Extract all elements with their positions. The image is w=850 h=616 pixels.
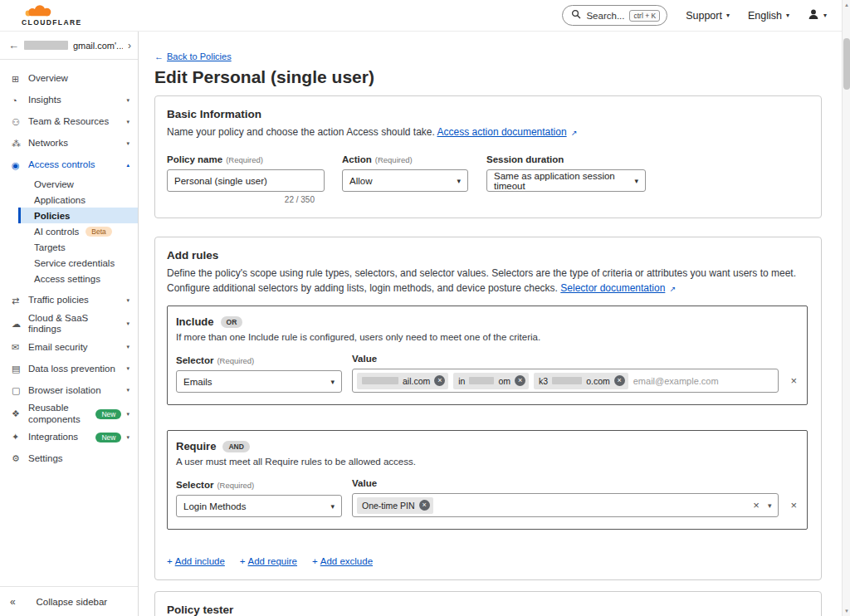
email-icon: ✉ bbox=[12, 342, 28, 353]
and-badge: AND bbox=[222, 441, 249, 452]
require-selector-group: Selector(Required) Login Methods ▾ bbox=[176, 480, 342, 517]
remove-require-rule-button[interactable]: × bbox=[790, 499, 797, 511]
chevron-down-icon: ▾ bbox=[126, 434, 129, 441]
scroll-up-icon[interactable]: ▲ bbox=[843, 0, 850, 10]
require-value-input[interactable]: One-time PIN × × ▾ bbox=[352, 493, 779, 517]
chevron-down-icon: ▾ bbox=[126, 387, 129, 394]
plus-icon: + bbox=[167, 556, 173, 566]
back-arrow-icon[interactable]: ← bbox=[8, 39, 19, 51]
language-menu[interactable]: English ▾ bbox=[748, 10, 789, 22]
remove-tag-icon[interactable]: × bbox=[434, 375, 445, 386]
external-link-icon: ↗ bbox=[670, 285, 677, 293]
basic-information-card: Basic Information Name your policy and c… bbox=[154, 95, 822, 218]
add-include-link[interactable]: + Add include bbox=[167, 556, 225, 566]
sidebar-item-team-resources[interactable]: ⚇ Team & Resources ▾ bbox=[0, 111, 138, 133]
add-exclude-link[interactable]: + Add exclude bbox=[312, 556, 373, 566]
policy-name-field-group: Policy name(Required) 22 / 350 bbox=[167, 154, 325, 204]
include-rule-panel: Include OR If more than one Include rule… bbox=[167, 306, 808, 405]
remove-include-rule-button[interactable]: × bbox=[790, 374, 797, 387]
sidebar-item-targets[interactable]: Targets bbox=[18, 239, 138, 255]
email-tag: k3o.com × bbox=[534, 373, 628, 389]
sidebar-item-applications[interactable]: Applications bbox=[18, 192, 138, 208]
chevron-down-icon: ▾ bbox=[786, 12, 789, 19]
remove-tag-icon[interactable]: × bbox=[419, 500, 430, 511]
sidebar-item-data-loss-prevention[interactable]: ▤ Data loss prevention ▾ bbox=[0, 358, 138, 379]
selector-doc-link[interactable]: Selector documentation bbox=[560, 282, 665, 294]
redacted-text bbox=[552, 377, 582, 384]
account-selector[interactable]: ← gmail.com'... › bbox=[0, 32, 138, 60]
sidebar-item-ai-controls[interactable]: AI controls Beta bbox=[18, 223, 138, 239]
browser-icon: ▢ bbox=[12, 385, 28, 396]
chevron-down-icon[interactable]: ▾ bbox=[768, 501, 772, 510]
basic-information-heading: Basic Information bbox=[167, 108, 808, 120]
scrollbar-thumb[interactable] bbox=[843, 38, 850, 90]
include-value-group: Value ail.com × inom × k3o.com × bbox=[352, 354, 779, 393]
add-require-link[interactable]: + Add require bbox=[240, 556, 297, 566]
policy-tester-card: Policy tester The policy tester evaluate… bbox=[154, 591, 822, 616]
chevron-down-icon: ▾ bbox=[726, 12, 730, 19]
sidebar-item-networks[interactable]: ⁂ Networks ▾ bbox=[0, 133, 138, 154]
back-to-policies-link[interactable]: ← Back to Policies bbox=[154, 51, 232, 61]
include-title: Include bbox=[176, 315, 214, 328]
require-description: A user must meet all Require rules to be… bbox=[176, 457, 797, 467]
search-placeholder: Search... bbox=[586, 11, 624, 21]
sidebar-item-access-overview[interactable]: Overview bbox=[18, 176, 138, 192]
chevron-down-icon: ▾ bbox=[324, 502, 335, 511]
sidebar-item-access-settings[interactable]: Access settings bbox=[18, 271, 138, 286]
networks-icon: ⁂ bbox=[12, 139, 28, 149]
policy-name-input[interactable] bbox=[167, 169, 325, 192]
global-search[interactable]: Search... ctrl + K bbox=[562, 5, 667, 26]
cloudflare-logo[interactable]: CLOUDFLARE bbox=[22, 4, 82, 27]
chevron-right-icon: › bbox=[128, 40, 131, 51]
access-action-doc-link[interactable]: Access action documentation bbox=[437, 126, 567, 138]
back-arrow-icon: ← bbox=[154, 51, 164, 61]
page-scrollbar[interactable]: ▲ ▼ bbox=[842, 0, 850, 616]
account-name: gmail.com'... bbox=[73, 41, 123, 51]
sidebar-item-reusable-components[interactable]: ❖ Reusable components New ▾ bbox=[0, 401, 138, 426]
account-menu[interactable]: ▾ bbox=[808, 8, 827, 22]
email-placeholder: email@example.com bbox=[633, 376, 719, 386]
sidebar-item-overview[interactable]: ⊞ Overview bbox=[0, 68, 138, 90]
sidebar-item-policies[interactable]: Policies bbox=[18, 208, 138, 223]
traffic-icon: ⇄ bbox=[12, 296, 28, 306]
insights-icon: ◔ bbox=[12, 95, 28, 105]
brand-text: CLOUDFLARE bbox=[22, 19, 82, 27]
action-select[interactable]: Allow ▾ bbox=[342, 169, 468, 192]
components-icon: ❖ bbox=[12, 408, 28, 419]
top-header: CLOUDFLARE Search... ctrl + K Support ▾ … bbox=[0, 0, 842, 32]
chevron-down-icon: ▾ bbox=[126, 365, 129, 372]
collapse-sidebar-button[interactable]: « Collapse sidebar bbox=[0, 586, 138, 616]
sidebar-item-email-security[interactable]: ✉ Email security ▾ bbox=[0, 336, 138, 358]
team-icon: ⚇ bbox=[12, 117, 28, 128]
sidebar-item-browser-isolation[interactable]: ▢ Browser isolation ▾ bbox=[0, 379, 138, 401]
action-field-group: Action(Required) Allow ▾ bbox=[342, 154, 468, 204]
sidebar-item-access-controls[interactable]: ◉ Access controls ▴ bbox=[0, 154, 138, 176]
sidebar-item-insights[interactable]: ◔ Insights ▾ bbox=[0, 90, 138, 111]
require-rule-panel: Require AND A user must meet all Require… bbox=[167, 430, 808, 530]
or-badge: OR bbox=[221, 316, 243, 328]
user-icon bbox=[808, 8, 819, 22]
chevron-down-icon: ▾ bbox=[126, 119, 129, 125]
remove-tag-icon[interactable]: × bbox=[614, 375, 625, 386]
sidebar-item-service-credentials[interactable]: Service credentials bbox=[18, 255, 138, 271]
include-value-input[interactable]: ail.com × inom × k3o.com × email@example… bbox=[352, 369, 779, 393]
session-duration-select[interactable]: Same as application session timeout ▾ bbox=[486, 169, 646, 192]
sidebar-item-settings[interactable]: ⚙ Settings bbox=[0, 448, 138, 470]
page-title: Edit Personal (single user) bbox=[154, 67, 842, 87]
chevron-down-icon: ▾ bbox=[450, 177, 461, 185]
sidebar-item-cloud-saas-findings[interactable]: ☁ Cloud & SaaS findings ▾ bbox=[0, 311, 138, 336]
remove-tag-icon[interactable]: × bbox=[515, 375, 525, 386]
sidebar-item-traffic-policies[interactable]: ⇄ Traffic policies ▾ bbox=[0, 290, 138, 311]
clear-value-icon[interactable]: × bbox=[753, 499, 760, 511]
support-menu[interactable]: Support ▾ bbox=[686, 10, 730, 22]
sidebar-item-integrations[interactable]: ✦ Integrations New ▾ bbox=[0, 427, 138, 448]
login-method-tag: One-time PIN × bbox=[357, 497, 433, 514]
require-selector-select[interactable]: Login Methods ▾ bbox=[176, 495, 342, 517]
collapse-icon: « bbox=[10, 596, 16, 608]
overview-icon: ⊞ bbox=[12, 74, 28, 85]
include-selector-select[interactable]: Emails ▾ bbox=[176, 370, 342, 393]
email-tag: ail.com × bbox=[357, 373, 448, 389]
integrations-icon: ✦ bbox=[12, 432, 28, 442]
scroll-down-icon[interactable]: ▼ bbox=[843, 606, 850, 616]
new-badge: New bbox=[95, 409, 121, 419]
